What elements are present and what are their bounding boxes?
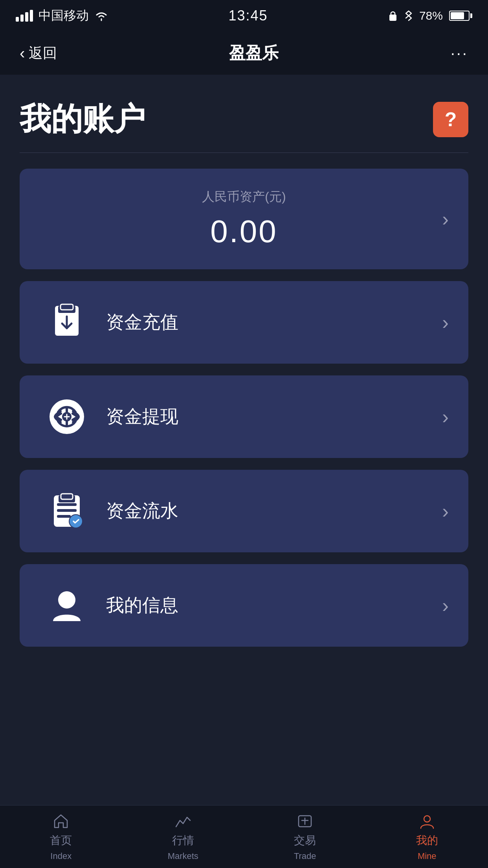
status-bar: 中国移动 13:45 78% bbox=[0, 0, 488, 31]
page-title: 我的账户 bbox=[20, 98, 145, 141]
svg-rect-8 bbox=[57, 509, 77, 512]
tab-mine[interactable]: 我的 Mine bbox=[366, 813, 488, 861]
help-button[interactable]: ? bbox=[433, 102, 468, 137]
tab-index-label: 首页 bbox=[50, 833, 72, 848]
deposit-card[interactable]: 资金充值 › bbox=[20, 281, 468, 364]
carrier-label: 中国移动 bbox=[39, 7, 89, 24]
profile-icon bbox=[43, 582, 90, 629]
wifi-icon bbox=[94, 10, 108, 21]
profile-chevron-icon: › bbox=[442, 594, 449, 617]
tab-markets-sublabel: Markets bbox=[168, 851, 198, 861]
lock-icon bbox=[388, 10, 398, 22]
page-header: 我的账户 ? bbox=[20, 98, 468, 141]
bluetooth-icon bbox=[404, 9, 413, 22]
tab-markets-label: 行情 bbox=[172, 833, 194, 848]
profile-card[interactable]: 我的信息 › bbox=[20, 564, 468, 647]
tab-markets-icon bbox=[174, 813, 192, 830]
tab-bar: 首页 Index 行情 Markets 交易 Trade 我的 bbox=[0, 805, 488, 868]
tab-index-sublabel: Index bbox=[50, 851, 72, 861]
withdraw-card[interactable]: 资金提现 › bbox=[20, 375, 468, 458]
deposit-icon bbox=[43, 299, 90, 346]
svg-rect-0 bbox=[389, 15, 396, 21]
svg-point-18 bbox=[424, 816, 430, 822]
tab-trade-label: 交易 bbox=[294, 833, 316, 848]
tab-trade-icon bbox=[296, 813, 314, 830]
status-left: 中国移动 bbox=[16, 7, 108, 24]
balance-chevron-icon: › bbox=[442, 208, 449, 230]
history-icon bbox=[43, 487, 90, 535]
tab-index[interactable]: 首页 Index bbox=[0, 813, 122, 861]
withdraw-chevron-icon: › bbox=[442, 405, 449, 428]
back-button[interactable]: ‹ 返回 bbox=[20, 44, 57, 63]
history-card[interactable]: 资金流水 › bbox=[20, 470, 468, 552]
status-right: 78% bbox=[388, 9, 472, 22]
withdraw-icon bbox=[43, 393, 90, 440]
svg-point-14 bbox=[58, 591, 75, 609]
nav-title: 盈盈乐 bbox=[229, 42, 279, 64]
battery-percent: 78% bbox=[419, 9, 443, 22]
profile-label: 我的信息 bbox=[106, 593, 178, 618]
back-label: 返回 bbox=[29, 44, 57, 63]
balance-card[interactable]: 人民币资产(元) 0.00 › bbox=[20, 169, 468, 269]
tab-mine-label: 我的 bbox=[416, 833, 438, 848]
deposit-chevron-icon: › bbox=[442, 311, 449, 334]
balance-label: 人民币资产(元) bbox=[43, 188, 445, 206]
more-button[interactable]: ··· bbox=[451, 44, 468, 62]
divider bbox=[20, 153, 468, 153]
deposit-label: 资金充值 bbox=[106, 310, 178, 335]
balance-value: 0.00 bbox=[43, 213, 445, 250]
svg-rect-7 bbox=[57, 503, 77, 506]
nav-bar: ‹ 返回 盈盈乐 ··· bbox=[0, 31, 488, 75]
history-label: 资金流水 bbox=[106, 499, 178, 523]
tab-mine-sublabel: Mine bbox=[418, 851, 437, 861]
main-content: 我的账户 ? 人民币资产(元) 0.00 › 资金充值 › bbox=[0, 75, 488, 647]
signal-icon bbox=[16, 10, 33, 22]
svg-rect-9 bbox=[57, 515, 71, 518]
tab-trade[interactable]: 交易 Trade bbox=[244, 813, 366, 861]
svg-rect-11 bbox=[61, 494, 73, 499]
history-chevron-icon: › bbox=[442, 500, 449, 522]
back-chevron-icon: ‹ bbox=[20, 44, 25, 62]
battery-icon bbox=[449, 11, 472, 21]
tab-index-icon bbox=[52, 813, 70, 830]
withdraw-label: 资金提现 bbox=[106, 405, 178, 429]
tab-mine-icon bbox=[418, 813, 436, 830]
svg-rect-3 bbox=[61, 304, 73, 310]
tab-markets[interactable]: 行情 Markets bbox=[122, 813, 244, 861]
status-time: 13:45 bbox=[228, 7, 268, 24]
tab-trade-sublabel: Trade bbox=[294, 851, 316, 861]
